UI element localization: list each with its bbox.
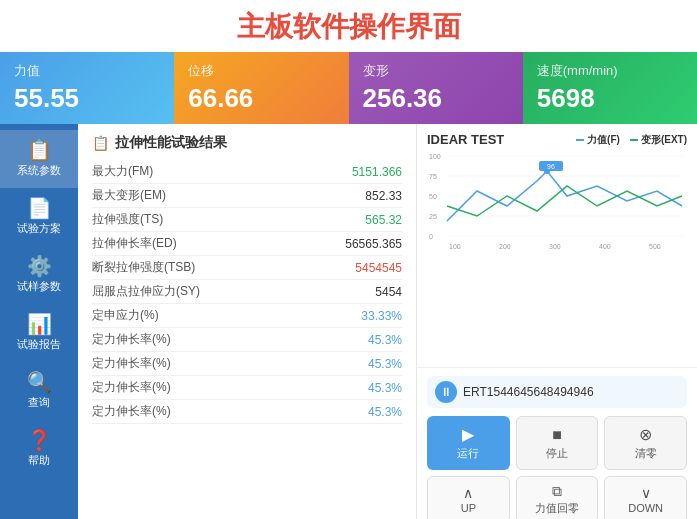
legend-force-color (576, 139, 584, 141)
run-icon: ▶ (462, 425, 474, 444)
force-reset-button[interactable]: ⧉ 力值回零 (516, 476, 599, 519)
result-value-6: 33.33% (361, 309, 402, 323)
clear-label: 清零 (635, 446, 657, 461)
result-row-2: 拉伸强度(TS) 565.32 (92, 208, 402, 232)
result-value-0: 5151.366 (352, 165, 402, 179)
result-label-2: 拉伸强度(TS) (92, 211, 163, 228)
page-title: 主板软件操作界面 (0, 0, 697, 52)
results-panel: 📋 拉伸性能试验结果 最大力(FM) 5151.366 最大变形(EM) 852… (78, 124, 417, 519)
result-row-8: 定力伸长率(%) 45.3% (92, 352, 402, 376)
nav-buttons: ∧ UP ⧉ 力值回零 ∨ DOWN (427, 476, 687, 519)
svg-text:200: 200 (499, 243, 511, 250)
sidebar-item-report-label: 试验报告 (17, 337, 61, 352)
down-icon: ∨ (641, 485, 651, 501)
plan-icon: 📄 (27, 198, 52, 218)
metric-deformation-label: 变形 (363, 62, 509, 80)
sidebar-item-help[interactable]: ❓ 帮助 (0, 420, 78, 478)
sidebar-item-plan-label: 试验方案 (17, 221, 61, 236)
sidebar-item-query-label: 查询 (28, 395, 50, 410)
result-label-10: 定力伸长率(%) (92, 403, 171, 420)
result-label-0: 最大力(FM) (92, 163, 153, 180)
svg-text:0: 0 (429, 233, 433, 240)
stop-label: 停止 (546, 446, 568, 461)
result-label-3: 拉伸伸长率(ED) (92, 235, 177, 252)
control-buttons: ▶ 运行 ■ 停止 ⊗ 清零 (427, 416, 687, 470)
result-value-9: 45.3% (368, 381, 402, 395)
right-panel: IDEAR TEST 力值(F) 变形(EXT) (417, 124, 697, 519)
report-icon: 📊 (27, 314, 52, 334)
sidebar-item-plan[interactable]: 📄 试验方案 (0, 188, 78, 246)
pause-icon: ⏸ (435, 381, 457, 403)
result-label-5: 屈服点拉伸应力(SY) (92, 283, 200, 300)
top-panels: 📋 拉伸性能试验结果 最大力(FM) 5151.366 最大变形(EM) 852… (78, 124, 697, 519)
result-value-10: 45.3% (368, 405, 402, 419)
force-reset-label: 力值回零 (535, 501, 579, 516)
legend-deformation-color (630, 139, 638, 141)
run-label: 运行 (457, 446, 479, 461)
svg-text:500: 500 (649, 243, 661, 250)
svg-text:50: 50 (429, 193, 437, 200)
svg-text:75: 75 (429, 173, 437, 180)
result-row-10: 定力伸长率(%) 45.3% (92, 400, 402, 424)
clear-button[interactable]: ⊗ 清零 (604, 416, 687, 470)
svg-text:400: 400 (599, 243, 611, 250)
result-label-8: 定力伸长率(%) (92, 355, 171, 372)
result-row-9: 定力伸长率(%) 45.3% (92, 376, 402, 400)
metric-force-value: 55.55 (14, 83, 160, 114)
sidebar-item-help-label: 帮助 (28, 453, 50, 468)
control-id-bar: ⏸ ERT1544645648494946 (427, 376, 687, 408)
metric-speed: 速度(mm/min) 5698 (523, 52, 697, 124)
metrics-row: 力值 55.55 位移 66.66 变形 256.36 速度(mm/min) 5… (0, 52, 697, 124)
result-value-3: 56565.365 (345, 237, 402, 251)
chart-header: IDEAR TEST 力值(F) 变形(EXT) (427, 132, 687, 147)
help-icon: ❓ (27, 430, 52, 450)
sidebar-item-system[interactable]: 📋 系统参数 (0, 130, 78, 188)
metric-force: 力值 55.55 (0, 52, 174, 124)
result-value-1: 852.33 (365, 189, 402, 203)
svg-text:300: 300 (549, 243, 561, 250)
sidebar-item-system-label: 系统参数 (17, 163, 61, 178)
down-label: DOWN (628, 502, 663, 514)
svg-text:96: 96 (547, 163, 555, 170)
result-row-7: 定力伸长率(%) 45.3% (92, 328, 402, 352)
sidebar-item-sample[interactable]: ⚙️ 试样参数 (0, 246, 78, 304)
result-label-1: 最大变形(EM) (92, 187, 166, 204)
legend-deformation: 变形(EXT) (630, 133, 687, 147)
results-title-text: 拉伸性能试验结果 (115, 134, 227, 152)
legend-force-label: 力值(F) (587, 133, 620, 147)
stop-button[interactable]: ■ 停止 (516, 416, 599, 470)
result-value-5: 5454 (375, 285, 402, 299)
results-title-icon: 📋 (92, 135, 109, 151)
result-row-6: 定申应力(%) 33.33% (92, 304, 402, 328)
content-area: 📋 拉伸性能试验结果 最大力(FM) 5151.366 最大变形(EM) 852… (78, 124, 697, 519)
metric-speed-value: 5698 (537, 83, 683, 114)
result-label-4: 断裂拉伸强度(TSB) (92, 259, 195, 276)
down-button[interactable]: ∨ DOWN (604, 476, 687, 519)
sidebar-item-report[interactable]: 📊 试验报告 (0, 304, 78, 362)
result-row-4: 断裂拉伸强度(TSB) 5454545 (92, 256, 402, 280)
sidebar-item-query[interactable]: 🔍 查询 (0, 362, 78, 420)
result-row-0: 最大力(FM) 5151.366 (92, 160, 402, 184)
up-icon: ∧ (463, 485, 473, 501)
main-content: 📋 系统参数 📄 试验方案 ⚙️ 试样参数 📊 试验报告 🔍 查询 ❓ 帮助 (0, 124, 697, 519)
up-label: UP (461, 502, 476, 514)
result-row-1: 最大变形(EM) 852.33 (92, 184, 402, 208)
result-value-7: 45.3% (368, 333, 402, 347)
svg-text:100: 100 (449, 243, 461, 250)
chart-svg: 100 75 50 25 0 100 200 300 400 500 (427, 151, 687, 251)
metric-deformation: 变形 256.36 (349, 52, 523, 124)
result-value-2: 565.32 (365, 213, 402, 227)
metric-deformation-value: 256.36 (363, 83, 509, 114)
result-row-3: 拉伸伸长率(ED) 56565.365 (92, 232, 402, 256)
result-value-4: 5454545 (355, 261, 402, 275)
sidebar: 📋 系统参数 📄 试验方案 ⚙️ 试样参数 📊 试验报告 🔍 查询 ❓ 帮助 (0, 124, 78, 519)
sample-icon: ⚙️ (27, 256, 52, 276)
svg-text:25: 25 (429, 213, 437, 220)
metric-displacement-value: 66.66 (188, 83, 334, 114)
force-reset-icon: ⧉ (552, 483, 562, 500)
result-value-8: 45.3% (368, 357, 402, 371)
metric-displacement-label: 位移 (188, 62, 334, 80)
up-button[interactable]: ∧ UP (427, 476, 510, 519)
system-icon: 📋 (27, 140, 52, 160)
run-button[interactable]: ▶ 运行 (427, 416, 510, 470)
